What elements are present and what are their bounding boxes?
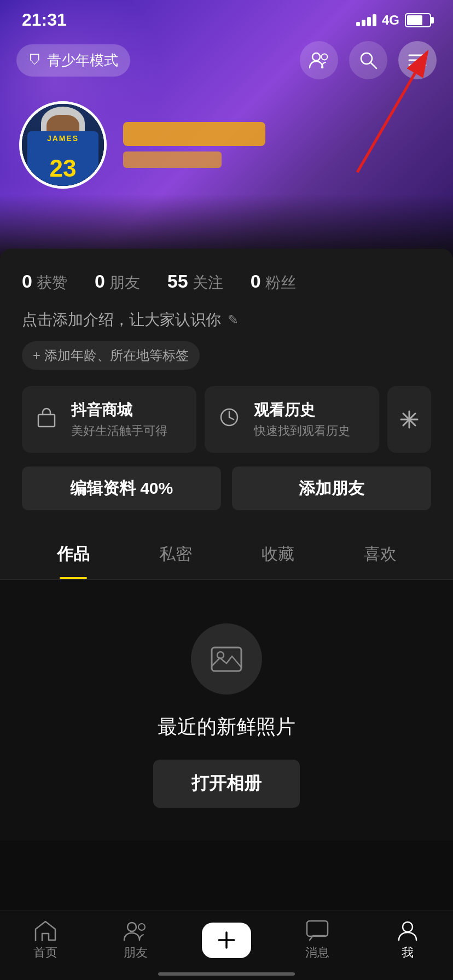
stats-row: 0 获赞 0 朋友 55 关注 0 粉丝 bbox=[22, 271, 431, 293]
svg-rect-9 bbox=[38, 415, 55, 427]
stat-friends[interactable]: 0 朋友 bbox=[95, 271, 140, 293]
svg-rect-21 bbox=[307, 921, 328, 936]
top-nav-right bbox=[300, 41, 437, 79]
shield-icon: ⛉ bbox=[28, 52, 42, 68]
likes-count: 0 bbox=[22, 271, 32, 292]
stat-likes[interactable]: 0 获赞 bbox=[22, 271, 67, 293]
stat-followers[interactable]: 0 粉丝 bbox=[251, 271, 296, 293]
history-subtitle: 快速找到观看历史 bbox=[254, 423, 350, 439]
edit-profile-label: 编辑资料 40% bbox=[70, 477, 173, 500]
likes-label: 获赞 bbox=[37, 272, 67, 293]
status-bar: 21:31 4G bbox=[0, 0, 453, 36]
shop-card-text: 抖音商城 美好生活触手可得 bbox=[71, 400, 167, 439]
empty-state: 最近的新鲜照片 打开相册 bbox=[0, 580, 453, 841]
users-button[interactable] bbox=[300, 41, 338, 79]
shop-subtitle: 美好生活触手可得 bbox=[71, 423, 167, 439]
users-icon bbox=[309, 51, 329, 69]
stats-section: 0 获赞 0 朋友 55 关注 0 粉丝 点击添加介绍，让大家认识你 ✎ + 添… bbox=[0, 249, 453, 580]
add-friend-label: 添加朋友 bbox=[299, 477, 364, 500]
username-section bbox=[123, 122, 434, 168]
battery-icon bbox=[405, 13, 431, 27]
header-background: ⛉ 青少年模式 bbox=[0, 0, 453, 260]
svg-point-17 bbox=[127, 923, 136, 931]
profile-section: JAMES 23 bbox=[0, 90, 453, 189]
feature-cards: 抖音商城 美好生活触手可得 观看历史 快速找到观看历史 bbox=[0, 386, 453, 453]
history-title: 观看历史 bbox=[254, 400, 350, 421]
home-icon bbox=[33, 919, 57, 941]
action-buttons: 编辑资料 40% 添加朋友 bbox=[22, 466, 431, 510]
photo-icon bbox=[210, 644, 243, 674]
empty-title: 最近的新鲜照片 bbox=[158, 714, 295, 740]
tab-collections[interactable]: 收藏 bbox=[226, 529, 329, 579]
tabs-row: 作品 私密 收藏 喜欢 bbox=[0, 529, 453, 580]
svg-point-1 bbox=[322, 54, 328, 60]
nav-item-create[interactable] bbox=[181, 923, 272, 958]
search-icon bbox=[359, 51, 378, 69]
svg-rect-15 bbox=[212, 648, 241, 671]
tab-works[interactable]: 作品 bbox=[22, 529, 124, 579]
following-count: 55 bbox=[167, 271, 188, 292]
signal-icon bbox=[356, 14, 376, 26]
svg-line-3 bbox=[370, 62, 376, 68]
menu-button[interactable] bbox=[398, 41, 437, 79]
nav-item-friends[interactable]: 朋友 bbox=[91, 919, 182, 961]
more-card[interactable] bbox=[387, 386, 431, 453]
open-album-button[interactable]: 打开相册 bbox=[153, 760, 300, 808]
shop-title: 抖音商城 bbox=[71, 400, 167, 421]
empty-icon-circle bbox=[191, 623, 262, 695]
svg-point-0 bbox=[312, 53, 320, 61]
nav-item-messages[interactable]: 消息 bbox=[272, 919, 363, 961]
add-tag-label: + 添加年龄、所在地等标签 bbox=[33, 347, 189, 364]
svg-point-16 bbox=[217, 652, 224, 658]
main-content: 0 获赞 0 朋友 55 关注 0 粉丝 点击添加介绍，让大家认识你 ✎ + 添… bbox=[0, 249, 453, 928]
add-friend-button[interactable]: 添加朋友 bbox=[232, 466, 431, 510]
bio-row[interactable]: 点击添加介绍，让大家认识你 ✎ bbox=[22, 310, 431, 330]
friends-count: 0 bbox=[95, 271, 105, 292]
svg-point-18 bbox=[138, 924, 145, 930]
me-icon bbox=[397, 919, 419, 941]
tab-private[interactable]: 私密 bbox=[124, 529, 226, 579]
history-card-text: 观看历史 快速找到观看历史 bbox=[254, 400, 350, 439]
home-indicator bbox=[158, 972, 295, 976]
friends-label: 朋友 bbox=[124, 944, 148, 961]
nav-item-me[interactable]: 我 bbox=[362, 919, 453, 961]
edit-profile-button[interactable]: 编辑资料 40% bbox=[22, 466, 221, 510]
shop-icon bbox=[33, 406, 60, 433]
edit-bio-icon: ✎ bbox=[228, 312, 239, 328]
hamburger-icon bbox=[408, 53, 427, 67]
bio-placeholder: 点击添加介绍，让大家认识你 bbox=[22, 310, 221, 330]
me-label: 我 bbox=[402, 944, 414, 961]
messages-label: 消息 bbox=[305, 944, 329, 961]
status-icons: 4G bbox=[356, 13, 431, 28]
username-blur-2 bbox=[123, 151, 222, 168]
shop-card[interactable]: 抖音商城 美好生活触手可得 bbox=[22, 386, 196, 453]
followers-label: 粉丝 bbox=[265, 272, 296, 293]
stat-following[interactable]: 55 关注 bbox=[167, 271, 223, 293]
friends-nav-icon bbox=[123, 919, 148, 941]
nav-item-home[interactable]: 首页 bbox=[0, 919, 91, 961]
followers-count: 0 bbox=[251, 271, 261, 292]
open-album-label: 打开相册 bbox=[191, 773, 262, 793]
create-button[interactable] bbox=[202, 923, 251, 958]
svg-point-22 bbox=[403, 922, 413, 932]
asterisk-icon bbox=[399, 409, 420, 430]
home-label: 首页 bbox=[33, 944, 57, 961]
avatar-container[interactable]: JAMES 23 bbox=[19, 101, 107, 189]
messages-icon bbox=[305, 919, 329, 941]
search-button[interactable] bbox=[349, 41, 387, 79]
following-label: 关注 bbox=[193, 272, 223, 293]
status-time: 21:31 bbox=[22, 10, 67, 30]
friends-label: 朋友 bbox=[109, 272, 140, 293]
history-icon bbox=[216, 406, 243, 433]
plus-icon bbox=[217, 930, 236, 950]
youth-mode-button[interactable]: ⛉ 青少年模式 bbox=[16, 44, 130, 77]
add-tag-button[interactable]: + 添加年龄、所在地等标签 bbox=[22, 341, 200, 370]
tab-likes[interactable]: 喜欢 bbox=[329, 529, 431, 579]
network-type: 4G bbox=[382, 13, 399, 28]
username-blur-1 bbox=[123, 122, 265, 146]
history-card[interactable]: 观看历史 快速找到观看历史 bbox=[205, 386, 379, 453]
top-nav: ⛉ 青少年模式 bbox=[0, 36, 453, 90]
bottom-nav: 首页 朋友 消息 我 bbox=[0, 911, 453, 980]
youth-mode-label: 青少年模式 bbox=[47, 51, 118, 70]
